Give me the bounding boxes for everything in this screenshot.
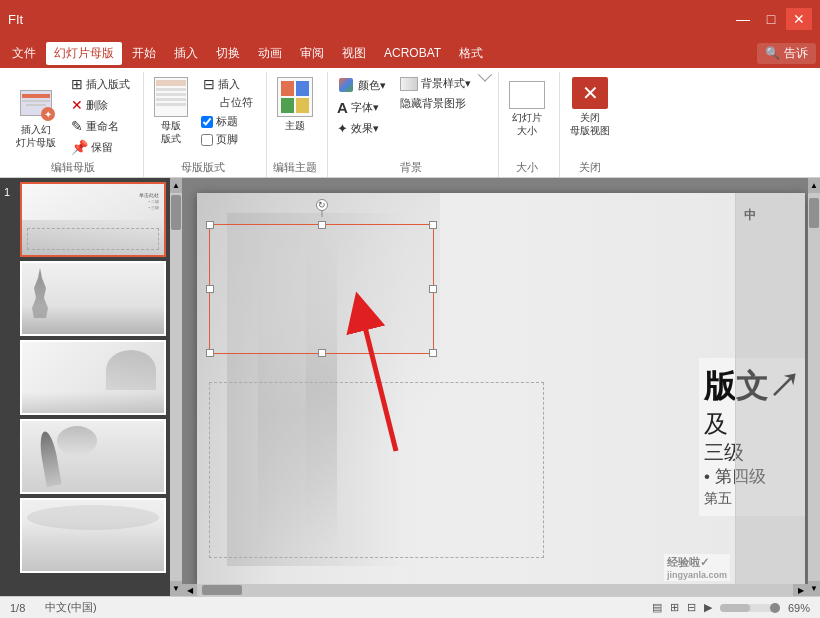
- effect-button[interactable]: ✦ 效果▾: [332, 119, 391, 138]
- color-button[interactable]: 颜色▾: [332, 74, 391, 96]
- font-button[interactable]: A 字体▾: [332, 97, 391, 118]
- scroll-up-button[interactable]: ▲: [170, 178, 182, 193]
- slide-thumb-5[interactable]: [20, 498, 166, 573]
- scroll-down-button[interactable]: ▼: [170, 581, 182, 596]
- ribbon-group-size: 幻灯片大小 大小: [499, 72, 560, 177]
- background-expand-icon[interactable]: [478, 68, 492, 82]
- master-layout-button[interactable]: 母版版式: [148, 74, 194, 148]
- maximize-button[interactable]: □: [758, 8, 784, 30]
- ribbon-group-size-label: 大小: [503, 158, 551, 175]
- handle-bottom-left[interactable]: [206, 349, 214, 357]
- zoom-level: 69%: [788, 602, 810, 614]
- main-editing-area: ↻: [182, 178, 820, 596]
- ribbon-group-size-content: 幻灯片大小: [503, 74, 551, 158]
- theme-button[interactable]: 主题: [271, 74, 319, 136]
- slide-size-button[interactable]: 幻灯片大小: [503, 74, 551, 140]
- insert-placeholder-button[interactable]: ⊟ 插入 占位符: [198, 74, 258, 112]
- handle-bottom-mid[interactable]: [318, 349, 326, 357]
- slide-thumb-4[interactable]: [20, 419, 166, 494]
- slide-thumb-2[interactable]: [20, 261, 166, 336]
- menu-format[interactable]: 格式: [451, 42, 491, 65]
- scroll-bottom-right-button[interactable]: ▶: [793, 584, 808, 596]
- title-checkbox-row[interactable]: 标题: [198, 113, 258, 130]
- scroll-bottom-left-button[interactable]: ◀: [182, 584, 197, 596]
- watermark-text: 经验啦✓: [667, 555, 727, 570]
- handle-top-mid[interactable]: [318, 221, 326, 229]
- delete-label: 删除: [86, 98, 108, 113]
- close-master-icon: ✕: [572, 77, 608, 109]
- ribbon-group-close-content: ✕ 关闭母版视图: [564, 74, 616, 158]
- menu-switch[interactable]: 切换: [208, 42, 248, 65]
- ribbon-group-background-label: 背景: [332, 158, 490, 175]
- slide-thumb-wrapper-1: 1 单击此处 • 二级 • 三级: [4, 182, 166, 257]
- font-label: 字体▾: [351, 100, 379, 115]
- bottom-scroll-thumb[interactable]: [202, 585, 242, 595]
- bottom-scrollbar[interactable]: ◀ ▶: [182, 584, 808, 596]
- slide-thumb-1[interactable]: 单击此处 • 二级 • 三级: [20, 182, 166, 257]
- bg-style-button[interactable]: 背景样式▾: [395, 74, 476, 93]
- menu-insert[interactable]: 插入: [166, 42, 206, 65]
- insert-placeholder-label: 插入: [218, 77, 240, 92]
- close-button[interactable]: ✕: [786, 8, 812, 30]
- slide-canvas: ↻: [197, 193, 805, 586]
- slide-thumb-wrapper-4: 4: [4, 419, 166, 494]
- footer-checkbox-row[interactable]: 页脚: [198, 131, 258, 148]
- window-controls: — □ ✕: [730, 8, 812, 30]
- slide-size-label: 幻灯片大小: [512, 111, 542, 137]
- right-scroll-thumb[interactable]: [809, 198, 819, 228]
- title-checkbox[interactable]: [201, 116, 213, 128]
- view-slide-icon[interactable]: ⊞: [670, 601, 679, 614]
- handle-top-left[interactable]: [206, 221, 214, 229]
- hide-bg-label: 隐藏背景图形: [400, 96, 466, 111]
- insert-slide-master-label: 插入幻灯片母版: [16, 123, 56, 149]
- menu-review[interactable]: 审阅: [292, 42, 332, 65]
- insert-layout-label: 插入版式: [86, 77, 130, 92]
- title-text: FIt: [8, 12, 23, 27]
- view-slideshow-icon[interactable]: ▶: [704, 601, 712, 614]
- menu-animation[interactable]: 动画: [250, 42, 290, 65]
- menu-search[interactable]: 🔍 告诉: [757, 43, 816, 64]
- delete-button[interactable]: ✕ 删除: [66, 95, 135, 115]
- handle-mid-right[interactable]: [429, 285, 437, 293]
- slide-thumb-wrapper-3: 3: [4, 340, 166, 415]
- menu-acrobat[interactable]: ACROBAT: [376, 43, 449, 63]
- rename-button[interactable]: ✎ 重命名: [66, 116, 135, 136]
- zoom-slider[interactable]: [720, 604, 780, 612]
- minimize-button[interactable]: —: [730, 8, 756, 30]
- language-indicator: 中文(中国): [45, 600, 96, 615]
- preserve-button[interactable]: 📌 保留: [66, 137, 135, 157]
- hide-bg-button[interactable]: 隐藏背景图形: [395, 94, 476, 113]
- selected-image-box[interactable]: ↻: [209, 224, 434, 354]
- insert-slide-master-button[interactable]: ✦ 插入幻灯片母版: [10, 74, 62, 152]
- view-reading-icon[interactable]: ⊟: [687, 601, 696, 614]
- view-normal-icon[interactable]: ▤: [652, 601, 662, 614]
- close-master-view-button[interactable]: ✕ 关闭母版视图: [564, 74, 616, 140]
- menu-view[interactable]: 视图: [334, 42, 374, 65]
- menu-start[interactable]: 开始: [124, 42, 164, 65]
- handle-top-right[interactable]: [429, 221, 437, 229]
- menu-file[interactable]: 文件: [4, 42, 44, 65]
- insert-placeholder-label2: 占位符: [220, 95, 253, 110]
- footer-checkbox-label: 页脚: [216, 132, 238, 147]
- rotation-handle[interactable]: ↻: [316, 199, 328, 211]
- ribbon-group-theme-content: 主题: [271, 74, 319, 158]
- insert-layout-button[interactable]: ⊞ 插入版式: [66, 74, 135, 94]
- effect-label: 效果▾: [351, 121, 379, 136]
- handle-mid-left[interactable]: [206, 285, 214, 293]
- handle-bottom-right[interactable]: [429, 349, 437, 357]
- menu-slide-master[interactable]: 幻灯片母版: [46, 42, 122, 65]
- scroll-right-up-button[interactable]: ▲: [808, 178, 820, 193]
- insert-layout-icon: ⊞: [71, 76, 83, 92]
- ribbon-col-layout: ⊞ 插入版式 ✕ 删除 ✎ 重命名 📌 保留: [66, 74, 135, 157]
- footer-checkbox[interactable]: [201, 134, 213, 146]
- slide-thumb-3[interactable]: [20, 340, 166, 415]
- scroll-thumb[interactable]: [171, 195, 181, 230]
- scroll-right-down-button[interactable]: ▼: [808, 581, 820, 596]
- right-scrollbar[interactable]: ▲ ▼: [808, 178, 820, 596]
- close-master-label: 关闭母版视图: [570, 111, 610, 137]
- thumb1-dashed-box: [27, 228, 159, 250]
- ribbon-group-edit-master-label: 编辑母版: [10, 158, 135, 175]
- slide-thumb-wrapper-5: 5: [4, 498, 166, 573]
- ribbon-group-close-label: 关闭: [564, 158, 616, 175]
- vertical-scrollbar[interactable]: ▲ ▼: [170, 178, 182, 596]
